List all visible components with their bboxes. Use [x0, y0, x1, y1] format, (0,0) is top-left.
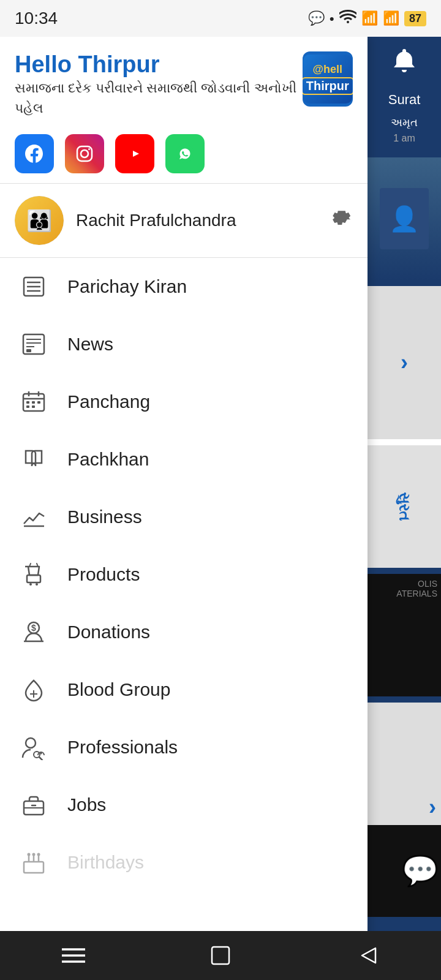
svg-text:$: $	[31, 623, 36, 633]
app-title-row: Hello Thirpur સમાજના દરેક પરીવારને સમાજથ…	[15, 51, 353, 128]
menu-item-parichay-kiran[interactable]: Parichay Kiran	[0, 258, 368, 315]
menu-label-parichay-kiran: Parichay Kiran	[67, 276, 187, 297]
news-icon	[18, 329, 49, 360]
menu-item-jobs[interactable]: Jobs	[0, 776, 368, 834]
menu-label-business: Business	[67, 507, 142, 527]
bottom-nav	[0, 931, 441, 980]
drawer-header: Hello Thirpur સમાજના દરેક પરીવારને સમાજથ…	[0, 37, 368, 184]
signal2-icon: 📶	[383, 10, 399, 26]
birthday-icon	[18, 847, 49, 878]
menu-label-news: News	[67, 334, 113, 355]
status-icons: 💬 ● 📶 📶 87	[308, 10, 427, 27]
menu-label-blood-group: Blood Group	[67, 679, 170, 700]
status-time: 10:34	[15, 9, 58, 28]
svg-rect-14	[26, 349, 31, 352]
calendar-icon	[18, 386, 49, 417]
menu-label-products: Products	[67, 564, 140, 585]
svg-point-2	[88, 148, 90, 150]
menu-item-professionals[interactable]: Professionals	[0, 718, 368, 776]
dark-card: OLISATERIALS	[368, 574, 441, 696]
instagram-icon[interactable]	[65, 134, 104, 173]
whatsapp-float-area: 💬	[368, 825, 441, 917]
svg-rect-40	[24, 862, 43, 873]
menu-item-panchang[interactable]: Panchang	[0, 373, 368, 431]
dot-icon: ●	[330, 13, 334, 23]
menu-item-pachkhan[interactable]: Pachkhan	[0, 431, 368, 488]
menu-item-birthdays[interactable]: Birthdays	[0, 834, 368, 891]
signal-icon: 📶	[361, 10, 378, 26]
book-icon	[18, 444, 49, 475]
menu-label-donations: Donations	[67, 622, 150, 643]
svg-point-45	[32, 853, 36, 856]
menu-label-birthdays: Birthdays	[67, 852, 144, 873]
chevron-card: ›	[368, 703, 441, 825]
svg-rect-19	[26, 401, 29, 404]
navigation-card: ›	[368, 286, 441, 439]
menu-label-panchang: Panchang	[67, 391, 150, 412]
right-panel: Surat અમૃત 1 am 👤 › સુરત OLISATERIALS › …	[368, 37, 441, 980]
menu-list: Parichay Kiran News Panchang Pachkhan	[0, 258, 368, 980]
wifi-icon	[339, 10, 356, 27]
menu-item-donations[interactable]: $ Donations	[0, 603, 368, 661]
nav-menu-button[interactable]	[49, 937, 98, 974]
svg-rect-22	[26, 405, 29, 408]
menu-item-products[interactable]: Products	[0, 546, 368, 603]
svg-rect-21	[37, 401, 40, 404]
blood-icon	[18, 674, 49, 705]
user-name: Rachit Prafulchandra	[76, 211, 317, 230]
professional-icon	[18, 732, 49, 763]
app-logo: @hell Thirpur	[303, 51, 353, 107]
person-card: 👤	[368, 157, 441, 280]
menu-item-blood-group[interactable]: Blood Group	[0, 661, 368, 718]
svg-marker-51	[362, 948, 375, 963]
menu-label-professionals: Professionals	[67, 737, 178, 758]
menu-label-jobs: Jobs	[67, 794, 106, 815]
avatar: 👨‍👩‍👦	[15, 196, 64, 245]
jobs-icon	[18, 790, 49, 820]
svg-point-27	[36, 583, 38, 586]
settings-icon[interactable]	[330, 206, 353, 235]
app-subtitle: સમાજના દરેક પરીવારને સમાજથી જોડવાની અનોખ…	[15, 78, 303, 118]
svg-rect-25	[27, 575, 40, 582]
battery-indicator: 87	[404, 11, 426, 26]
nav-back-button[interactable]	[343, 937, 392, 974]
status-bar: 10:34 💬 ● 📶 📶 87	[0, 0, 441, 37]
svg-point-1	[81, 150, 88, 157]
nav-home-button[interactable]	[196, 937, 245, 974]
whatsapp-icon[interactable]	[165, 134, 205, 173]
chevron-right-icon: ›	[401, 350, 408, 375]
svg-line-36	[39, 757, 42, 760]
bell-area[interactable]	[368, 37, 441, 86]
svg-rect-20	[32, 401, 35, 404]
app-logo-inner: @hell Thirpur	[303, 55, 352, 104]
bell-icon	[389, 46, 420, 77]
whatsapp-float-icon: 💬	[402, 854, 439, 888]
chevron-right-2-icon: ›	[429, 794, 436, 820]
shopping-icon	[18, 559, 49, 590]
city-label: Surat	[368, 86, 441, 114]
user-row: 👨‍👩‍👦 Rachit Prafulchandra	[0, 184, 368, 258]
surat-label-card: સુરત	[368, 445, 441, 568]
list-icon	[18, 271, 49, 302]
svg-point-33	[26, 738, 36, 748]
donate-icon: $	[18, 617, 49, 647]
amrut-label: અમૃત	[368, 114, 441, 132]
drawer: Hello Thirpur સમાજના દરેક પરીવારને સમાજથ…	[0, 37, 368, 980]
svg-rect-50	[212, 947, 229, 964]
youtube-icon[interactable]	[115, 134, 154, 173]
svg-point-44	[28, 853, 31, 856]
svg-point-46	[37, 853, 40, 856]
svg-rect-23	[32, 405, 35, 408]
svg-point-26	[29, 583, 32, 586]
chart-icon	[18, 502, 49, 532]
app-title: Hello Thirpur	[15, 51, 303, 78]
menu-label-pachkhan: Pachkhan	[67, 449, 149, 470]
facebook-icon[interactable]	[15, 134, 54, 173]
whatsapp-status-icon: 💬	[308, 10, 325, 26]
social-icons-row	[15, 134, 353, 173]
menu-item-business[interactable]: Business	[0, 488, 368, 546]
menu-item-news[interactable]: News	[0, 315, 368, 373]
